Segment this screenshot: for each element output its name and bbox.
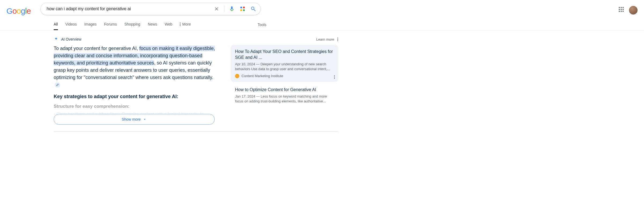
sparkle-icon: [54, 37, 58, 42]
tab-web[interactable]: Web: [165, 19, 173, 30]
apps-icon[interactable]: [619, 7, 625, 13]
divider: [224, 6, 224, 12]
card-source[interactable]: Content Marketing Institute: [235, 74, 334, 78]
learn-more-link[interactable]: Learn more: [316, 37, 334, 41]
svg-rect-1: [243, 7, 245, 8]
svg-point-3: [243, 9, 245, 11]
ai-subhead: Key strategies to adapt your content for…: [54, 94, 220, 99]
tab-forums[interactable]: Forums: [104, 19, 117, 30]
card-snippet: Apr 10, 2024 — Deepen your understanding…: [235, 62, 334, 71]
search-icon[interactable]: [250, 6, 257, 12]
tab-all[interactable]: All: [54, 19, 58, 30]
search-input[interactable]: [46, 6, 211, 12]
tab-more[interactable]: More: [180, 19, 191, 30]
ai-section-title: Structure for easy comprehension:: [54, 104, 220, 109]
card-title[interactable]: How To Adapt Your SEO and Content Strate…: [235, 49, 334, 60]
overflow-icon[interactable]: [337, 38, 338, 41]
lens-icon[interactable]: [239, 6, 246, 12]
google-logo[interactable]: Google: [6, 6, 31, 16]
source-cards: How To Adapt Your SEO and Content Strate…: [231, 45, 338, 125]
mic-icon[interactable]: [229, 6, 235, 12]
card-overflow-icon[interactable]: [334, 75, 335, 79]
tab-news[interactable]: News: [148, 19, 157, 30]
tabs-row: All Videos Images Forums Shopping News W…: [0, 19, 644, 30]
tab-shopping[interactable]: Shopping: [125, 19, 140, 30]
card-title[interactable]: How to Optimize Content for Generative A…: [235, 87, 334, 93]
source-card[interactable]: How To Adapt Your SEO and Content Strate…: [231, 45, 338, 82]
svg-rect-2: [240, 9, 242, 11]
avatar[interactable]: [629, 6, 638, 15]
card-snippet: Jan 17, 2024 — Less focus on keyword mat…: [235, 94, 334, 104]
header: Google: [0, 0, 644, 16]
search-bar: [41, 3, 261, 15]
clear-icon[interactable]: [213, 6, 220, 12]
ai-overview-text: To adapt your content for generative AI,…: [54, 45, 220, 88]
section-divider: [54, 131, 338, 131]
tab-images[interactable]: Images: [84, 19, 97, 30]
tools-button[interactable]: Tools: [258, 19, 266, 30]
source-card[interactable]: How to Optimize Content for Generative A…: [231, 83, 338, 108]
ai-overview-label: AI Overview: [61, 37, 81, 41]
source-favicon-icon: [235, 74, 239, 78]
citation-chip[interactable]: [55, 83, 60, 87]
results: AI Overview Learn more To adapt your con…: [54, 37, 338, 131]
tab-videos[interactable]: Videos: [65, 19, 77, 30]
chevron-down-icon: [143, 117, 147, 121]
svg-rect-0: [240, 7, 242, 8]
ai-faded-bullet: • Clear headings and subheadings: Organi…: [54, 112, 220, 117]
